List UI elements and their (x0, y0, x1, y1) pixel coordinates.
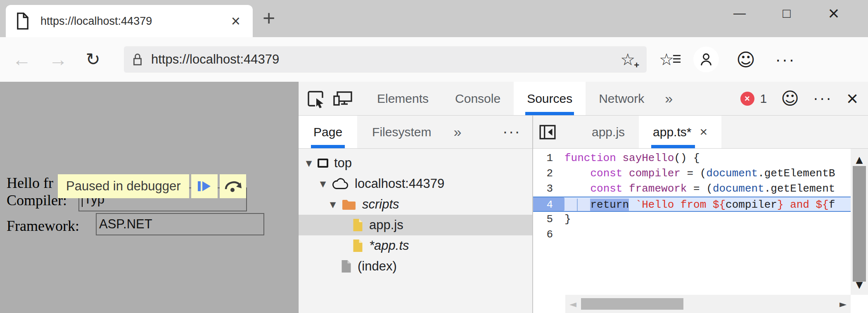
tree-item-appts[interactable]: *app.ts (299, 235, 532, 256)
editor-tab-appts[interactable]: app.ts* × (639, 116, 721, 148)
code-line: 6 (533, 227, 851, 242)
framework-input[interactable]: ASP.NET (96, 213, 264, 235)
sources-panel: Page Filesystem » ··· ▼ top ▼ (299, 116, 868, 313)
code-viewport[interactable]: 1 function sayHello() { 2 const compiler… (533, 149, 868, 313)
vertical-scrollbar[interactable]: ▲ ▼ (851, 149, 868, 295)
close-window-button[interactable]: × (810, 0, 857, 26)
more-tabs-chevron[interactable]: » (657, 82, 680, 115)
minimize-button[interactable]: — (716, 0, 763, 26)
close-tab-icon[interactable]: × (700, 124, 707, 140)
devtools-close-icon[interactable]: × (847, 89, 858, 109)
line-number[interactable]: 2 (533, 166, 564, 181)
error-badge-icon[interactable]: × (740, 92, 754, 106)
settings-more-button[interactable]: ··· (766, 50, 805, 69)
toggle-navigator-icon[interactable] (539, 124, 556, 140)
code-line: 2 const compiler = (document.getElementB (533, 166, 851, 181)
code-line: 3 const framework = (document.getElement (533, 181, 851, 197)
line-number[interactable]: 3 (533, 181, 564, 197)
maximize-button[interactable]: □ (763, 0, 810, 26)
forward-button[interactable]: → (44, 50, 73, 69)
scroll-down-icon[interactable]: ▼ (851, 277, 868, 292)
devtools-panel: Elements Console Sources Network » × 1 ☺… (298, 82, 868, 313)
tab-elements[interactable]: Elements (364, 82, 442, 115)
page-favicon-icon (16, 12, 30, 30)
scroll-up-icon[interactable]: ▲ (851, 152, 868, 167)
refresh-button[interactable]: ↻ (78, 51, 107, 68)
tab-sources[interactable]: Sources (514, 82, 586, 115)
paused-in-debugger-banner: Paused in debugger (58, 174, 246, 198)
page-heading: Hello fr (7, 174, 53, 192)
tab-close-icon[interactable]: × (229, 13, 243, 29)
editor-tabs: app.js app.ts* × (533, 116, 868, 149)
web-page-viewport: Hello fr Compiler: Typ Framework: ASP.NE… (0, 82, 298, 313)
navigator-overflow-chevron[interactable]: » (446, 124, 469, 140)
device-toolbar-button[interactable] (332, 90, 353, 107)
add-favorite-icon[interactable]: ☆+ (617, 50, 638, 69)
back-button[interactable]: ← (7, 50, 36, 69)
file-icon-gray (341, 259, 352, 273)
devtools-feedback-icon[interactable]: ☺ (781, 88, 799, 109)
step-over-icon (224, 179, 242, 193)
person-icon (698, 52, 714, 67)
folder-icon (342, 198, 356, 211)
tree-item-index[interactable]: (index) (299, 256, 532, 277)
vertical-scroll-thumb[interactable] (853, 166, 866, 282)
framework-label: Framework: (7, 217, 79, 235)
url-text[interactable]: https://localhost:44379 (151, 52, 617, 67)
tab-network[interactable]: Network (586, 82, 657, 115)
profile-button[interactable] (686, 47, 726, 72)
navigator-tabs: Page Filesystem » ··· (299, 116, 532, 149)
scroll-left-icon[interactable]: ◄ (569, 295, 576, 313)
file-tree: ▼ top ▼ localhost:44379 (299, 149, 532, 313)
new-tab-button[interactable]: + (263, 6, 275, 31)
devtools-toolbar: Elements Console Sources Network » × 1 ☺… (299, 82, 868, 116)
feedback-button[interactable]: ☺ (726, 49, 766, 70)
line-number[interactable]: 6 (533, 227, 564, 242)
tree-item-localhost[interactable]: ▼ localhost:44379 (299, 173, 532, 194)
hub-star-icon: ☆ (659, 50, 674, 69)
inspect-element-button[interactable] (306, 89, 325, 108)
navigation-bar: ← → ↻ https://localhost:44379 ☆+ ☆ (0, 37, 868, 82)
line-number[interactable]: 1 (533, 151, 564, 166)
line-number[interactable]: 5 (533, 212, 564, 227)
tree-item-scripts[interactable]: ▼ scripts (299, 194, 532, 215)
cloud-icon (332, 178, 349, 190)
window-controls: — □ × (716, 0, 857, 26)
horizontal-scroll-thumb[interactable] (581, 298, 683, 310)
devtools-tabs: Elements Console Sources Network » (364, 82, 680, 115)
tab-filesystem[interactable]: Filesystem (357, 116, 446, 148)
tree-item-top[interactable]: ▼ top (299, 153, 532, 173)
favorites-hub-button[interactable]: ☆ (647, 50, 686, 69)
address-bar[interactable]: https://localhost:44379 ☆+ (124, 46, 647, 73)
editor-tab-appjs[interactable]: app.js (578, 116, 639, 148)
code-editor: app.js app.ts* × 1 function sayHello() { (533, 116, 868, 313)
code-lines: 1 function sayHello() { 2 const compiler… (533, 151, 851, 242)
smiley-icon: ☺ (736, 49, 755, 70)
step-over-button[interactable] (220, 174, 246, 198)
line-number[interactable]: 4 (533, 197, 564, 211)
resume-script-button[interactable] (191, 174, 218, 198)
disclosure-triangle-icon[interactable]: ▼ (317, 179, 329, 188)
tab-title: https://localhost:44379 (40, 15, 229, 28)
browser-tab[interactable]: https://localhost:44379 × (6, 5, 253, 37)
disclosure-triangle-icon[interactable]: ▼ (327, 200, 339, 209)
tree-item-appjs[interactable]: app.js (299, 215, 532, 235)
device-toolbar-icon (332, 90, 353, 107)
devtools-toolbar-right: × 1 ☺ ··· × (740, 88, 868, 109)
devtools-menu-icon[interactable]: ··· (813, 90, 832, 107)
lock-icon (132, 53, 143, 66)
error-count: 1 (760, 92, 767, 106)
navigator-more-icon[interactable]: ··· (503, 123, 532, 141)
ellipsis-icon: ··· (776, 50, 796, 69)
tab-console[interactable]: Console (442, 82, 514, 115)
scroll-right-icon[interactable]: ► (840, 295, 847, 313)
file-icon-yellow (352, 218, 363, 232)
horizontal-scrollbar[interactable]: ◄ ► (565, 295, 851, 313)
inspect-cursor-icon (306, 89, 325, 108)
code-line-paused: 4 return `Hello from ${compiler} and ${f (533, 197, 851, 212)
tab-page[interactable]: Page (299, 116, 357, 148)
resume-script-icon (196, 180, 213, 193)
browser-window: https://localhost:44379 × + — □ × ← → ↻ … (0, 0, 868, 313)
tab-bar: https://localhost:44379 × + — □ × (0, 0, 868, 37)
disclosure-triangle-icon[interactable]: ▼ (303, 159, 315, 168)
